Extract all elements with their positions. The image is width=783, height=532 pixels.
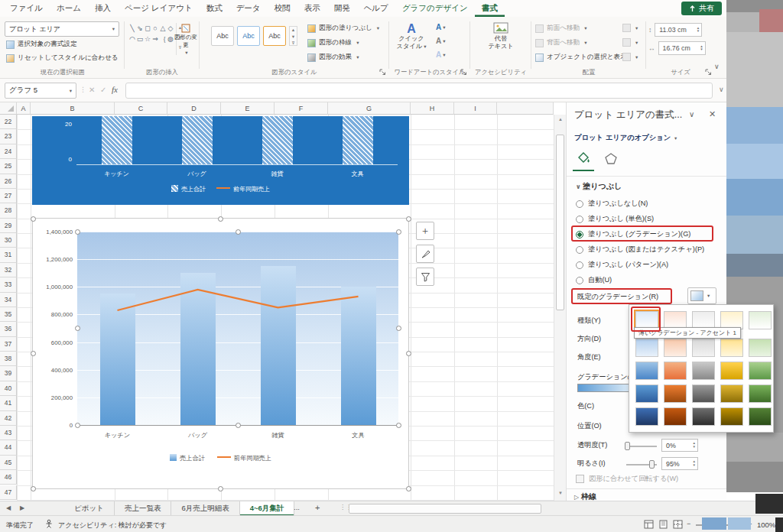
quick-styles-button[interactable]: A クイック スタイル▾	[395, 22, 428, 50]
chart-elements-button[interactable]: ＋	[416, 222, 434, 240]
selection-handle[interactable]	[31, 351, 36, 356]
gradient-preset-swatch[interactable]	[692, 407, 715, 426]
chart-filters-button[interactable]	[416, 268, 434, 286]
row-header[interactable]: 34	[0, 293, 17, 307]
spinner-arrows[interactable]: ▲▼	[693, 442, 696, 449]
gradient-preset-swatch[interactable]	[720, 339, 743, 357]
width-stepper[interactable]: ▲▼	[700, 45, 703, 52]
wordart-dialog-launcher[interactable]	[460, 69, 467, 76]
gradient-preset-swatch[interactable]	[720, 384, 743, 403]
preset-gradients-button[interactable]: ▾	[687, 287, 716, 304]
rrect-shape-icon[interactable]: ▭	[136, 34, 144, 44]
ribbon-tab[interactable]: ページ レイアウト	[118, 0, 200, 17]
bring-forward-button[interactable]: 前面へ移動▾	[535, 24, 586, 33]
pane-chevron-icon[interactable]: ∨	[689, 110, 694, 118]
ribbon-tab[interactable]: ヘルプ	[357, 0, 395, 17]
scroll-down-icon[interactable]: ▼	[554, 491, 566, 495]
vertical-scrollbar[interactable]: ▲▼	[554, 115, 566, 501]
ribbon-tab[interactable]: 開発	[327, 0, 357, 17]
gradient-preset-swatch[interactable]	[720, 362, 743, 380]
gradient-preset-swatch[interactable]	[720, 407, 743, 426]
arc-shape-icon[interactable]: ◠	[128, 34, 136, 44]
page-break-view-icon[interactable]	[673, 520, 683, 529]
text-effects-button[interactable]: A▾	[436, 50, 446, 59]
bar[interactable]	[262, 116, 293, 164]
selection-pane-button[interactable]: オブジェクトの選択と表示	[535, 53, 627, 62]
sheet-tab[interactable]: 売上一覧表	[115, 501, 172, 516]
more-sheets-button[interactable]: ...	[294, 503, 300, 511]
selection-handle[interactable]	[218, 216, 223, 222]
plot-selection-handle[interactable]	[396, 229, 401, 235]
value-spinner[interactable]: 0%▲▼	[661, 439, 698, 452]
row-header[interactable]: 30	[0, 233, 17, 248]
plot-area-options-dropdown[interactable]: プロット エリアのオプション ▾	[574, 133, 677, 143]
row-header[interactable]: 41	[0, 396, 17, 410]
gradient-preset-swatch[interactable]	[635, 339, 658, 357]
plot-selection-handle[interactable]	[75, 423, 80, 428]
row-header[interactable]: 32	[0, 263, 17, 277]
sheet-tab[interactable]: ピボット	[64, 501, 115, 516]
row-header[interactable]: 40	[0, 381, 17, 396]
chart-styles-button[interactable]	[416, 245, 434, 263]
row-header[interactable]: 22	[0, 115, 17, 129]
name-box[interactable]: グラフ 5▾	[5, 83, 76, 99]
gradient-preset-swatch[interactable]	[692, 362, 715, 380]
shape-height-field[interactable]: ↕11.03 cm▲▼	[648, 23, 702, 37]
row-header[interactable]: 43	[0, 426, 17, 440]
column-header[interactable]: E	[221, 102, 275, 115]
sheet-tab[interactable]: 4~6月集計	[240, 501, 295, 516]
gradient-preset-swatch[interactable]	[749, 407, 772, 426]
row-header[interactable]: 29	[0, 219, 17, 233]
selection-dropdown[interactable]: プロット エリア▾	[5, 21, 119, 37]
gradient-preset-swatch[interactable]	[664, 407, 687, 426]
column-header[interactable]: A	[17, 102, 31, 115]
row-header[interactable]: 23	[0, 129, 17, 144]
fill-section-header[interactable]: ∨ 塗りつぶし	[574, 181, 622, 192]
legend-item[interactable]: 前年同期売上	[217, 454, 271, 462]
selection-handle[interactable]	[406, 351, 411, 356]
gradient-preset-swatch[interactable]	[749, 311, 772, 329]
gradient-preset-swatch[interactable]	[749, 339, 772, 357]
add-sheet-button[interactable]: +	[315, 503, 320, 512]
bar[interactable]	[102, 116, 132, 164]
gradient-preset-swatch[interactable]	[749, 362, 772, 380]
fill-option-radio[interactable]: 塗りつぶし (図またはテクスチャ)(P)	[576, 245, 704, 255]
normal-view-icon[interactable]	[644, 520, 654, 529]
column-header[interactable]: H	[411, 102, 454, 115]
clipped-chart[interactable]: 200キッチンバッグ雑貨文具売上合計前年同期売上	[32, 116, 409, 205]
row-header[interactable]: 24	[0, 144, 17, 159]
selection-handle[interactable]	[406, 486, 411, 491]
ribbon-tab[interactable]: 表示	[297, 0, 327, 17]
oval-shape-icon[interactable]: ○	[151, 23, 159, 34]
formula-input[interactable]	[125, 83, 713, 99]
rect-shape-icon[interactable]: ◻	[144, 23, 151, 34]
change-shape-button[interactable]: 図形の変更 ▾	[173, 23, 199, 57]
ribbon-tab[interactable]: データ	[229, 0, 268, 17]
height-stepper[interactable]: ▲▼	[697, 27, 700, 34]
share-button[interactable]: 共有	[681, 2, 722, 15]
gradient-preset-swatch[interactable]	[692, 339, 715, 357]
horizontal-scrollbar-thumb[interactable]	[349, 504, 541, 514]
ribbon-tab[interactable]: 書式	[475, 0, 505, 17]
shape-style-thumb[interactable]: Abc	[237, 26, 260, 46]
triangle-shape-icon[interactable]: △	[159, 23, 167, 34]
plot-selection-handle[interactable]	[75, 229, 80, 235]
zoom-level[interactable]: 100%	[757, 521, 775, 529]
fill-line-tab[interactable]	[573, 147, 594, 171]
insert-function-icon[interactable]: fx	[112, 85, 118, 94]
row-header[interactable]: 44	[0, 440, 17, 455]
row-header[interactable]: 25	[0, 159, 17, 174]
shape-style-thumb[interactable]: Abc	[211, 26, 234, 46]
star-shape-icon[interactable]: ☆	[144, 34, 151, 44]
row-header[interactable]: 47	[0, 485, 17, 500]
column-header[interactable]: G	[328, 102, 411, 115]
row-header[interactable]: 46	[0, 470, 17, 485]
pane-close-icon[interactable]: ✕	[709, 109, 716, 119]
bar[interactable]	[182, 116, 213, 164]
shape-width-field[interactable]: ↔16.76 cm▲▼	[648, 41, 706, 55]
bar[interactable]	[341, 287, 376, 425]
selection-handle[interactable]	[31, 486, 36, 491]
prev-sheet-icon[interactable]: ◀	[6, 504, 11, 511]
name-box-splitter[interactable]: ⋮	[80, 86, 86, 93]
shape-styles-dialog-launcher[interactable]	[379, 69, 386, 76]
